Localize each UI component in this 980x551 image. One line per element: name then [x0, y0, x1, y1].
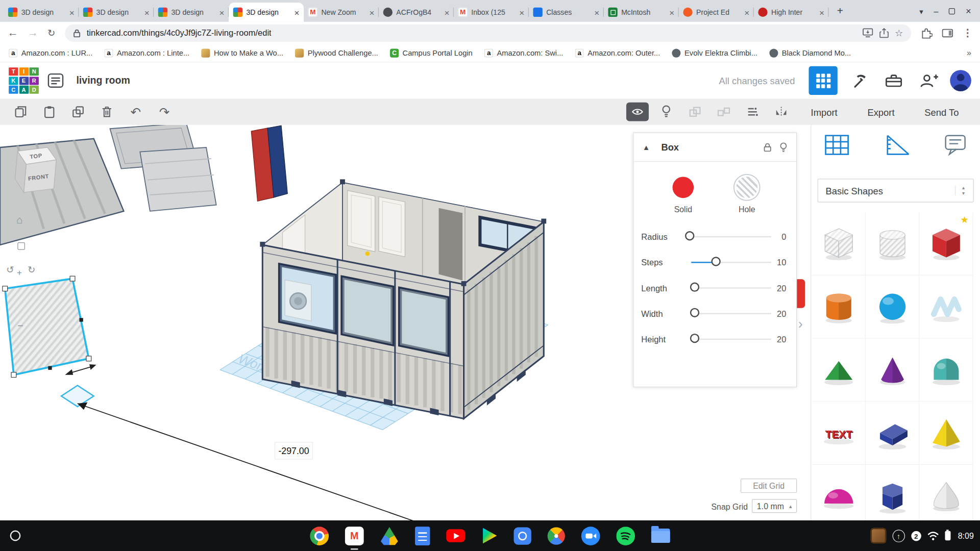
tab-acfrogb4[interactable]: ACFrOgB4: [379, 3, 454, 22]
url-text[interactable]: tinkercad.com/things/4c0yJf9jc7Z-living-…: [87, 28, 272, 37]
workplane-tool-icon[interactable]: [824, 134, 850, 156]
mirror-button[interactable]: [767, 98, 796, 124]
omnibox[interactable]: tinkercad.com/things/4c0yJf9jc7Z-living-…: [65, 24, 911, 41]
bookmark-item[interactable]: Black Diamond Mo...: [769, 48, 851, 57]
show-all-button[interactable]: [623, 98, 652, 124]
slider-knob[interactable]: [690, 282, 699, 291]
shape-item-hexagonal-prism[interactable]: [866, 465, 919, 520]
flat-panel-object[interactable]: [251, 126, 287, 201]
group-button[interactable]: [681, 98, 709, 124]
tab-3d-design-2[interactable]: 3D design: [79, 3, 154, 22]
camera-app-icon[interactable]: [514, 527, 531, 544]
forward-button[interactable]: →: [28, 28, 38, 38]
orbit-left-button[interactable]: ↺: [6, 265, 14, 274]
zoom-out-button[interactable]: −: [17, 321, 23, 331]
tab-high-inter[interactable]: High Inter: [754, 3, 829, 22]
snap-grid-dropdown[interactable]: 1.0 mm▴: [752, 499, 797, 513]
gmail-app-icon[interactable]: [345, 527, 364, 545]
shape-item-box[interactable]: [919, 212, 973, 276]
tab-close-icon[interactable]: [669, 7, 674, 17]
side-panel-icon[interactable]: [942, 28, 953, 38]
send-to-button[interactable]: Send To: [910, 98, 974, 124]
hide-selected-button[interactable]: [652, 98, 681, 124]
edge-handle[interactable]: [80, 318, 83, 321]
tab-close-icon[interactable]: [819, 7, 824, 17]
tab-close-icon[interactable]: [744, 7, 749, 17]
tab-close-icon[interactable]: [219, 7, 225, 17]
design-title[interactable]: living room: [76, 75, 130, 86]
collapse-panel-icon[interactable]: ▲: [643, 143, 650, 152]
browser-menu-icon[interactable]: [963, 27, 973, 39]
scale-handle[interactable]: [11, 372, 16, 378]
zoom-in-button[interactable]: +: [17, 268, 22, 277]
collapse-sidebar-chevron-icon[interactable]: ›: [798, 316, 803, 333]
files-app-icon[interactable]: [651, 529, 670, 543]
shape-item-cylinder-transparent[interactable]: [866, 212, 919, 276]
workplane-marker[interactable]: [61, 386, 94, 407]
shape-item-round-roof[interactable]: [919, 339, 973, 402]
view-cube[interactable]: TOP FRONT: [15, 147, 56, 192]
tab-search-chevron-icon[interactable]: [919, 5, 923, 16]
launcher-button[interactable]: [10, 531, 21, 541]
bookmark-item[interactable]: Campus Portal Login: [390, 48, 473, 57]
play-store-app-icon[interactable]: [481, 528, 498, 544]
ruler-tool-icon[interactable]: [884, 134, 910, 156]
slider-knob[interactable]: [690, 334, 699, 343]
slider-knob[interactable]: [711, 257, 720, 266]
tab-close-icon[interactable]: [69, 7, 75, 17]
photos-app-icon[interactable]: [548, 527, 565, 544]
lock-icon[interactable]: [763, 142, 772, 152]
bookmark-item[interactable]: Amazon.com : LUR...: [9, 48, 92, 57]
shape-item-cylinder[interactable]: [812, 276, 866, 339]
hole-option[interactable]: Hole: [733, 177, 761, 214]
toolbox-button[interactable]: [880, 66, 908, 95]
tab-3d-design-3[interactable]: 3D design: [154, 3, 229, 22]
user-avatar[interactable]: [950, 70, 971, 91]
shape-item-text[interactable]: TEXT TEXT: [812, 402, 866, 465]
tab-close-icon[interactable]: [295, 7, 300, 17]
install-icon[interactable]: [862, 28, 873, 37]
drive-app-icon[interactable]: [380, 527, 399, 545]
spotify-app-icon[interactable]: [616, 527, 635, 545]
shape-item-paraboloid[interactable]: [919, 465, 973, 520]
home-view-button[interactable]: ⌂: [16, 215, 23, 226]
ungroup-button[interactable]: [709, 98, 738, 124]
duplicate-button[interactable]: [64, 98, 92, 124]
solid-option[interactable]: Solid: [669, 177, 697, 214]
tab-project-ed[interactable]: Project Ed: [679, 3, 754, 22]
tab-classes[interactable]: Classes: [529, 3, 604, 22]
shape-item-cone[interactable]: [866, 339, 919, 402]
bookmarks-overflow-icon[interactable]: »: [967, 48, 971, 57]
fit-view-button[interactable]: [17, 242, 25, 250]
tinkercad-logo[interactable]: TIN KER CAD: [9, 67, 39, 93]
window-minimize-button[interactable]: [934, 5, 938, 16]
dashboard-grid-button[interactable]: [808, 66, 837, 95]
house-model[interactable]: [260, 179, 546, 418]
zoom-app-icon[interactable]: [581, 527, 600, 545]
extensions-puzzle-icon[interactable]: [921, 27, 933, 39]
docs-app-icon[interactable]: [415, 527, 430, 545]
shape-category-dropdown[interactable]: Basic Shapes ▲▼: [818, 179, 974, 203]
paste-button[interactable]: [35, 98, 64, 124]
shape-item-polygon[interactable]: [866, 402, 919, 465]
align-button[interactable]: [739, 98, 767, 124]
shape-item-roof[interactable]: [812, 339, 866, 402]
orbit-right-button[interactable]: ↻: [28, 265, 35, 274]
lightbulb-icon[interactable]: [779, 142, 788, 153]
scale-handle[interactable]: [70, 276, 75, 281]
bookmark-item[interactable]: How to Make a Wo...: [201, 48, 283, 57]
dimension-value[interactable]: -297.00: [278, 446, 309, 456]
my-designs-icon[interactable]: [47, 73, 64, 88]
window-maximize-button[interactable]: [949, 8, 955, 14]
bookmark-item[interactable]: Amazon.com : Linte...: [105, 48, 190, 57]
back-button[interactable]: ←: [8, 28, 18, 38]
shape-item-sphere[interactable]: [866, 276, 919, 339]
tab-3d-design-1[interactable]: 3D design: [4, 3, 79, 22]
tab-new-zoom[interactable]: New Zoom: [304, 3, 379, 22]
redo-button[interactable]: ↷: [150, 98, 179, 124]
tab-close-icon[interactable]: [144, 7, 150, 17]
scale-handle[interactable]: [86, 356, 91, 361]
bookmark-item[interactable]: Evolv Elektra Climbi...: [672, 48, 757, 57]
shape-item-pyramid[interactable]: [919, 402, 973, 465]
bookmark-item[interactable]: Amazon.com: Outer...: [575, 48, 660, 57]
